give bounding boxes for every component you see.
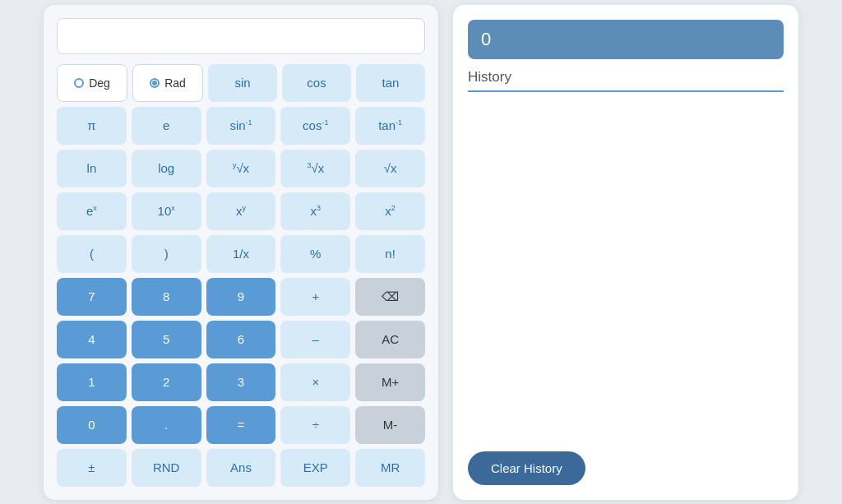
equals-button[interactable]: = [206, 406, 276, 444]
history-display-value: 0 [481, 29, 491, 50]
xy-button[interactable]: xy [206, 192, 276, 230]
row-pi: π e sin-1 cos-1 tan-1 [57, 107, 425, 145]
history-display: 0 [468, 20, 784, 59]
history-label-row: History [468, 69, 784, 92]
mminus-button[interactable]: M- [355, 406, 425, 444]
cos-button[interactable]: cos [282, 64, 351, 102]
row-ln: ln log y√x 3√x √x [57, 150, 425, 187]
ex-button[interactable]: ex [57, 192, 127, 230]
rad-radio-dot [150, 78, 160, 88]
rad-label: Rad [164, 76, 186, 90]
deg-label: Deg [89, 76, 110, 90]
percent-button[interactable]: % [280, 235, 350, 273]
lparen-button[interactable]: ( [57, 235, 127, 273]
multiply-button[interactable]: × [280, 363, 350, 401]
tan-button[interactable]: tan [356, 64, 425, 102]
calculator-panel: Deg Rad sin cos tan π e sin-1 cos-1 tan-… [44, 5, 438, 500]
row-exp: ex 10x xy x3 x2 [57, 192, 425, 230]
recip-button[interactable]: 1/x [206, 235, 276, 273]
x2-button[interactable]: x2 [355, 192, 425, 230]
row-deg-rad: Deg Rad sin cos tan [57, 64, 425, 102]
row-123: 1 2 3 × M+ [57, 363, 425, 401]
btn-9[interactable]: 9 [206, 278, 276, 316]
history-panel: 0 History Clear History [453, 5, 798, 500]
clear-history-button[interactable]: Clear History [468, 451, 585, 485]
history-title: History [468, 69, 511, 85]
yroot-button[interactable]: y√x [206, 150, 276, 187]
factorial-button[interactable]: n! [355, 235, 425, 273]
divide-button[interactable]: ÷ [280, 406, 350, 444]
mr-button[interactable]: MR [355, 449, 425, 487]
plusminus-button[interactable]: ± [57, 449, 127, 487]
rnd-button[interactable]: RND [132, 449, 201, 487]
cbroot-button[interactable]: 3√x [280, 150, 350, 187]
backspace-button[interactable]: ⌫ [355, 278, 425, 316]
btn-0[interactable]: 0 [57, 406, 127, 444]
btn-3[interactable]: 3 [206, 363, 276, 401]
row-paren: ( ) 1/x % n! [57, 235, 425, 273]
btn-2[interactable]: 2 [132, 363, 201, 401]
x3-button[interactable]: x3 [280, 192, 350, 230]
display-input[interactable] [57, 18, 425, 54]
asin-button[interactable]: sin-1 [206, 107, 276, 145]
atan-button[interactable]: tan-1 [355, 107, 425, 145]
deg-radio-dot [74, 78, 84, 88]
log-button[interactable]: log [132, 150, 201, 187]
btn-4[interactable]: 4 [57, 321, 127, 358]
minus-button[interactable]: – [280, 321, 350, 358]
btn-dot[interactable]: . [132, 406, 201, 444]
buttons-grid: Deg Rad sin cos tan π e sin-1 cos-1 tan-… [57, 64, 425, 487]
pi-button[interactable]: π [57, 107, 127, 145]
main-container: Deg Rad sin cos tan π e sin-1 cos-1 tan-… [24, 0, 818, 504]
e-button[interactable]: e [132, 107, 201, 145]
row-456: 4 5 6 – AC [57, 321, 425, 358]
rad-button[interactable]: Rad [132, 64, 203, 102]
row-0: 0 . = ÷ M- [57, 406, 425, 444]
ans-button[interactable]: Ans [206, 449, 276, 487]
ln-button[interactable]: ln [57, 150, 127, 187]
history-content [468, 102, 784, 437]
deg-button[interactable]: Deg [57, 64, 127, 102]
mplus-button[interactable]: M+ [355, 363, 425, 401]
exp-button[interactable]: EXP [280, 449, 350, 487]
btn-8[interactable]: 8 [132, 278, 201, 316]
btn-5[interactable]: 5 [132, 321, 201, 358]
acos-button[interactable]: cos-1 [280, 107, 350, 145]
10x-button[interactable]: 10x [132, 192, 201, 230]
ac-button[interactable]: AC [355, 321, 425, 358]
sin-button[interactable]: sin [208, 64, 277, 102]
btn-6[interactable]: 6 [206, 321, 276, 358]
row-789: 7 8 9 + ⌫ [57, 278, 425, 316]
rparen-button[interactable]: ) [132, 235, 201, 273]
row-extra: ± RND Ans EXP MR [57, 449, 425, 487]
plus-button[interactable]: + [280, 278, 350, 316]
btn-7[interactable]: 7 [57, 278, 127, 316]
btn-1[interactable]: 1 [57, 363, 127, 401]
sqrt-button[interactable]: √x [355, 150, 425, 187]
